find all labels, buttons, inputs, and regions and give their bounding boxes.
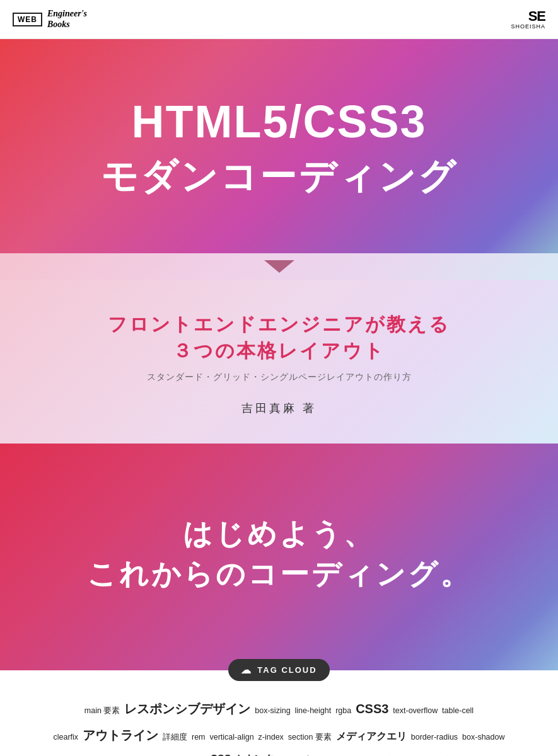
series-name: Engineer's Books bbox=[47, 9, 87, 30]
bottom-tagline: はじめよう、 これからのコーディング。 bbox=[87, 513, 472, 595]
header-left: WEB Engineer's Books bbox=[13, 9, 87, 30]
tag-row-3: Web フォント letter-spacing nth-of-type CSS … bbox=[13, 749, 545, 756]
subtitle-sub: スタンダード・グリッド・シングルページレイアウトの作り方 bbox=[147, 372, 412, 383]
publisher-abbr: SE bbox=[511, 9, 545, 23]
tagcloud-text: main 要素 レスポンシブデザイン box-sizing line-heigh… bbox=[0, 691, 558, 756]
tagline-line1: はじめよう、 bbox=[87, 513, 472, 554]
subtitle-main: フロントエンドエンジニアが教える ３つの本格レイアウト bbox=[108, 311, 450, 364]
publisher-logo: SE SHOEISHA bbox=[511, 9, 545, 30]
subtitle-line1: フロントエンドエンジニアが教える bbox=[108, 311, 450, 338]
bottom-section: はじめよう、 これからのコーディング。 bbox=[0, 444, 558, 670]
subtitle-line2: ３つの本格レイアウト bbox=[108, 338, 450, 364]
main-title-jp: モダンコーディング bbox=[101, 152, 458, 202]
tag-row-2: clearfix アウトライン 詳細度 rem vertical-align z… bbox=[13, 723, 545, 748]
tagcloud-badge: ☁ TAG CLOUD bbox=[228, 659, 329, 681]
chevron-arrow-icon bbox=[264, 260, 294, 273]
subtitle-section: フロントエンドエンジニアが教える ３つの本格レイアウト スタンダード・グリッド・… bbox=[0, 280, 558, 444]
tagcloud-section: ☁ TAG CLOUD main 要素 レスポンシブデザイン box-sizin… bbox=[0, 670, 558, 756]
publisher-name: SHOEISHA bbox=[511, 23, 545, 30]
tagline-line2: これからのコーディング。 bbox=[87, 554, 472, 594]
cloud-icon: ☁ bbox=[241, 664, 252, 676]
chevron-divider bbox=[0, 253, 558, 280]
main-title-en: HTML5/CSS3 bbox=[131, 97, 426, 147]
tagcloud-label: TAG CLOUD bbox=[257, 665, 317, 675]
tag-row-1: main 要素 レスポンシブデザイン box-sizing line-heigh… bbox=[13, 696, 545, 721]
author: 吉田真麻 著 bbox=[241, 401, 317, 416]
header: WEB Engineer's Books SE SHOEISHA bbox=[0, 0, 558, 39]
title-section: HTML5/CSS3 モダンコーディング bbox=[0, 39, 558, 253]
web-badge: WEB bbox=[13, 13, 42, 26]
